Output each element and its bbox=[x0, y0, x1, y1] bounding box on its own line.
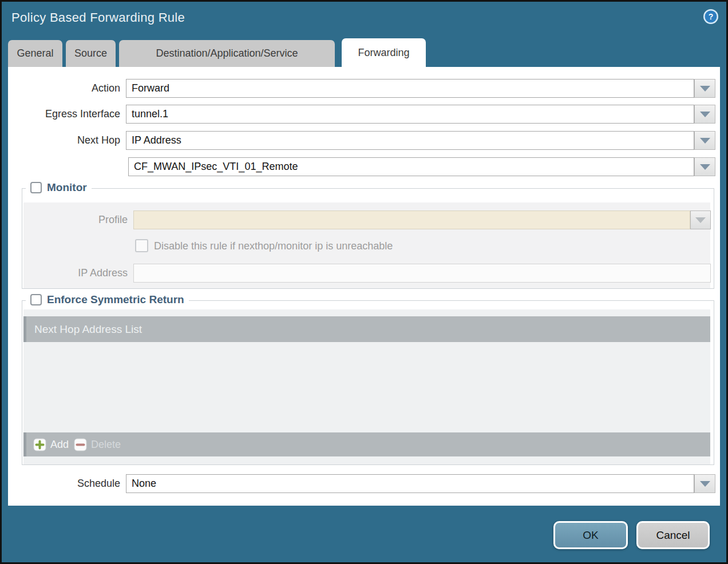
tab-general-label: General bbox=[17, 47, 53, 59]
next-hop-address-dropdown-button[interactable] bbox=[694, 157, 715, 176]
chevron-down-icon bbox=[700, 164, 710, 170]
monitor-checkbox[interactable] bbox=[30, 182, 42, 193]
monitor-ip-address-input bbox=[133, 264, 711, 283]
tab-destination-label: Destination/Application/Service bbox=[156, 47, 298, 59]
schedule-label: Schedule bbox=[8, 474, 120, 493]
minus-icon bbox=[74, 438, 87, 451]
ok-button[interactable]: OK bbox=[553, 521, 628, 549]
policy-based-forwarding-rule-dialog: Policy Based Forwarding Rule ? General S… bbox=[0, 0, 728, 564]
enforce-symmetric-return-fieldset: Enforce Symmetric Return Next Hop Addres… bbox=[22, 300, 714, 465]
tab-forwarding-label: Forwarding bbox=[358, 47, 409, 59]
next-hop-address-dropdown-value[interactable]: CF_MWAN_IPsec_VTI_01_Remote bbox=[128, 157, 694, 176]
delete-button: Delete bbox=[74, 438, 121, 451]
plus-icon bbox=[33, 438, 46, 451]
dialog-title: Policy Based Forwarding Rule bbox=[11, 10, 185, 25]
chevron-down-icon bbox=[700, 86, 710, 92]
enforce-symmetric-return-checkbox[interactable] bbox=[30, 294, 42, 305]
egress-interface-dropdown-button[interactable] bbox=[694, 105, 715, 124]
tab-forwarding[interactable]: Forwarding bbox=[342, 38, 426, 67]
action-dropdown-value[interactable]: Forward bbox=[126, 79, 694, 98]
delete-button-label: Delete bbox=[91, 439, 121, 451]
egress-interface-label: Egress Interface bbox=[8, 105, 120, 124]
schedule-dropdown-button[interactable] bbox=[694, 474, 715, 493]
next-hop-type-dropdown-button[interactable] bbox=[694, 131, 715, 150]
monitor-fieldset: Monitor Profile Disable this rule if nex… bbox=[22, 188, 714, 289]
chevron-down-icon bbox=[700, 138, 710, 144]
monitor-ip-address-label: IP Address bbox=[22, 264, 128, 283]
chevron-down-icon bbox=[700, 112, 710, 117]
enforce-symmetric-return-legend-label: Enforce Symmetric Return bbox=[47, 293, 184, 306]
profile-label: Profile bbox=[22, 210, 128, 229]
next-hop-address-list-toolbar: Add Delete bbox=[23, 432, 710, 456]
chevron-down-icon bbox=[695, 217, 706, 223]
egress-interface-dropdown-value[interactable]: tunnel.1 bbox=[126, 105, 694, 124]
disable-rule-checkbox bbox=[135, 239, 148, 252]
forwarding-tab-panel: Action Forward Egress Interface tunnel.1… bbox=[8, 67, 720, 506]
next-hop-label: Next Hop bbox=[8, 131, 120, 150]
tab-destination-application-service[interactable]: Destination/Application/Service bbox=[119, 40, 335, 67]
cancel-button[interactable]: Cancel bbox=[636, 521, 710, 549]
tab-general[interactable]: General bbox=[8, 40, 62, 67]
chevron-down-icon bbox=[700, 481, 710, 487]
add-button-label: Add bbox=[50, 439, 69, 451]
monitor-legend: Monitor bbox=[26, 181, 92, 194]
tab-source[interactable]: Source bbox=[66, 40, 116, 67]
monitor-legend-label: Monitor bbox=[47, 181, 87, 194]
schedule-dropdown-value[interactable]: None bbox=[126, 474, 694, 493]
next-hop-type-dropdown-value[interactable]: IP Address bbox=[126, 131, 694, 150]
help-icon[interactable]: ? bbox=[703, 9, 719, 25]
disable-rule-label: Disable this rule if nexthop/monitor ip … bbox=[154, 239, 393, 253]
profile-dropdown-button bbox=[690, 210, 711, 229]
enforce-symmetric-return-legend: Enforce Symmetric Return bbox=[26, 293, 189, 306]
next-hop-address-list-header: Next Hop Address List bbox=[23, 316, 710, 342]
svg-text:?: ? bbox=[709, 12, 714, 21]
add-button[interactable]: Add bbox=[33, 438, 69, 451]
action-dropdown-button[interactable] bbox=[694, 79, 715, 98]
action-label: Action bbox=[8, 79, 120, 98]
tab-source-label: Source bbox=[74, 47, 107, 59]
profile-dropdown-value bbox=[133, 210, 690, 229]
